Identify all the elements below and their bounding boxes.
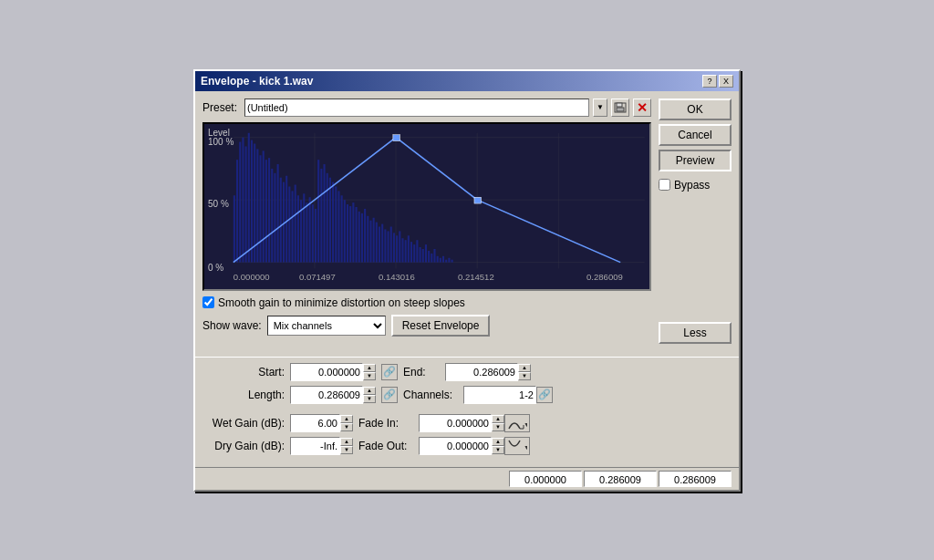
svg-rect-61 bbox=[381, 223, 383, 262]
preset-input[interactable] bbox=[244, 99, 589, 117]
svg-text:0.214512: 0.214512 bbox=[458, 273, 494, 282]
smooth-checkbox[interactable] bbox=[202, 296, 214, 308]
length-input[interactable] bbox=[290, 386, 363, 404]
svg-text:0.000000: 0.000000 bbox=[234, 273, 270, 282]
reset-envelope-button[interactable]: Reset Envelope bbox=[391, 315, 491, 337]
drygain-fadeout-row: Dry Gain (dB): ▲ ▼ Fade Out: ▲ ▼ ▼ bbox=[202, 437, 732, 455]
channels-input[interactable] bbox=[463, 386, 536, 404]
svg-rect-59 bbox=[376, 222, 378, 262]
svg-rect-65 bbox=[393, 233, 395, 262]
svg-rect-72 bbox=[413, 244, 415, 263]
svg-rect-47 bbox=[341, 195, 343, 262]
dry-gain-input[interactable] bbox=[290, 437, 340, 455]
svg-rect-23 bbox=[271, 168, 273, 262]
channels-link-icon[interactable]: 🔗 bbox=[536, 387, 553, 403]
wet-gain-spin-up[interactable]: ▲ bbox=[340, 415, 353, 423]
svg-rect-85 bbox=[451, 259, 453, 262]
smooth-checkbox-row: Smooth gain to minimize distortion on st… bbox=[202, 296, 651, 309]
start-end-row: Start: ▲ ▼ 🔗 End: ▲ ▼ bbox=[202, 363, 732, 381]
svg-rect-2 bbox=[617, 108, 624, 111]
svg-rect-44 bbox=[332, 181, 334, 262]
svg-rect-76 bbox=[425, 244, 427, 263]
start-spinner: ▲ ▼ bbox=[363, 364, 376, 380]
svg-rect-71 bbox=[410, 242, 412, 263]
start-link-icon[interactable]: 🔗 bbox=[381, 364, 398, 380]
start-spin-down[interactable]: ▼ bbox=[363, 372, 376, 380]
svg-rect-38 bbox=[315, 208, 317, 262]
svg-rect-26 bbox=[280, 177, 282, 262]
svg-rect-67 bbox=[399, 231, 400, 262]
fade-out-spin-up[interactable]: ▲ bbox=[492, 438, 504, 446]
ok-button[interactable]: OK bbox=[659, 99, 732, 120]
cancel-button[interactable]: Cancel bbox=[659, 124, 732, 146]
preset-save-button[interactable] bbox=[611, 99, 629, 117]
svg-rect-69 bbox=[405, 240, 407, 262]
start-spin-up[interactable]: ▲ bbox=[363, 364, 376, 372]
svg-line-88 bbox=[477, 200, 620, 262]
end-spin-down[interactable]: ▼ bbox=[518, 372, 531, 380]
dry-gain-spin-down[interactable]: ▼ bbox=[340, 446, 353, 454]
svg-rect-41 bbox=[323, 164, 325, 263]
start-input[interactable] bbox=[290, 363, 363, 381]
help-button[interactable]: ? bbox=[702, 75, 717, 88]
fields-section: Start: ▲ ▼ 🔗 End: ▲ ▼ Length: bbox=[195, 363, 739, 467]
channels-input-wrap: 🔗 bbox=[463, 386, 553, 404]
fade-in-type-button[interactable]: ▼ bbox=[504, 414, 530, 432]
end-input[interactable] bbox=[445, 363, 518, 381]
svg-rect-28 bbox=[285, 175, 287, 262]
svg-rect-43 bbox=[329, 177, 331, 262]
svg-rect-57 bbox=[369, 220, 371, 262]
svg-rect-56 bbox=[367, 215, 368, 262]
svg-rect-16 bbox=[251, 140, 253, 262]
svg-rect-17 bbox=[254, 143, 255, 262]
preset-dropdown-button[interactable]: ▼ bbox=[593, 99, 607, 117]
fade-in-input-wrap: ▲ ▼ ▼ bbox=[419, 414, 530, 432]
svg-rect-90 bbox=[474, 197, 481, 203]
preset-row: Preset: ▼ ✕ bbox=[202, 99, 651, 117]
show-wave-row: Show wave: Mix channels Left channel Rig… bbox=[202, 315, 651, 337]
preset-delete-button[interactable]: ✕ bbox=[633, 99, 651, 117]
fade-in-spin-down[interactable]: ▼ bbox=[492, 423, 504, 431]
fade-out-label: Fade Out: bbox=[358, 440, 413, 452]
wet-gain-spin-down[interactable]: ▼ bbox=[340, 423, 353, 431]
svg-rect-21 bbox=[265, 160, 267, 263]
svg-rect-42 bbox=[327, 172, 328, 262]
svg-rect-64 bbox=[390, 226, 392, 262]
svg-rect-77 bbox=[428, 250, 430, 262]
waveform-display[interactable]: Level 100 % 50 % 0 % bbox=[202, 122, 651, 291]
svg-rect-12 bbox=[239, 141, 241, 262]
smooth-label[interactable]: Smooth gain to minimize distortion on st… bbox=[218, 296, 465, 309]
fade-in-input[interactable] bbox=[419, 414, 492, 432]
show-wave-select[interactable]: Mix channels Left channel Right channel bbox=[267, 316, 386, 336]
close-button[interactable]: X bbox=[719, 75, 733, 88]
wet-gain-input[interactable] bbox=[290, 414, 340, 432]
svg-rect-15 bbox=[248, 132, 250, 262]
length-spin-down[interactable]: ▼ bbox=[363, 395, 376, 403]
end-spin-up[interactable]: ▲ bbox=[518, 364, 531, 372]
svg-rect-53 bbox=[358, 211, 360, 262]
start-input-wrap: ▲ ▼ bbox=[290, 363, 376, 381]
svg-rect-20 bbox=[263, 150, 265, 262]
bypass-label[interactable]: Bypass bbox=[674, 179, 710, 192]
fade-in-spin-up[interactable]: ▲ bbox=[492, 415, 504, 423]
fade-out-spin-down[interactable]: ▼ bbox=[492, 446, 504, 454]
svg-rect-36 bbox=[309, 197, 311, 262]
bypass-checkbox[interactable] bbox=[659, 179, 670, 191]
svg-text:▼: ▼ bbox=[524, 444, 527, 451]
title-bar-buttons: ? X bbox=[702, 75, 733, 88]
svg-rect-70 bbox=[408, 235, 410, 262]
svg-rect-74 bbox=[420, 247, 421, 263]
length-link-icon[interactable]: 🔗 bbox=[381, 387, 398, 403]
svg-rect-37 bbox=[312, 204, 314, 263]
dry-gain-label: Dry Gain (dB): bbox=[202, 440, 285, 452]
svg-rect-46 bbox=[337, 191, 339, 262]
dry-gain-spin-up[interactable]: ▲ bbox=[340, 438, 353, 446]
length-spin-up[interactable]: ▲ bbox=[363, 387, 376, 395]
length-channels-row: Length: ▲ ▼ 🔗 Channels: 🔗 bbox=[202, 386, 732, 404]
fade-out-input[interactable] bbox=[419, 437, 492, 455]
svg-rect-63 bbox=[388, 231, 389, 262]
fade-out-type-button[interactable]: ▼ bbox=[504, 437, 530, 455]
less-button[interactable]: Less bbox=[659, 322, 732, 344]
end-input-wrap: ▲ ▼ bbox=[445, 363, 531, 381]
preview-button[interactable]: Preview bbox=[659, 150, 732, 171]
